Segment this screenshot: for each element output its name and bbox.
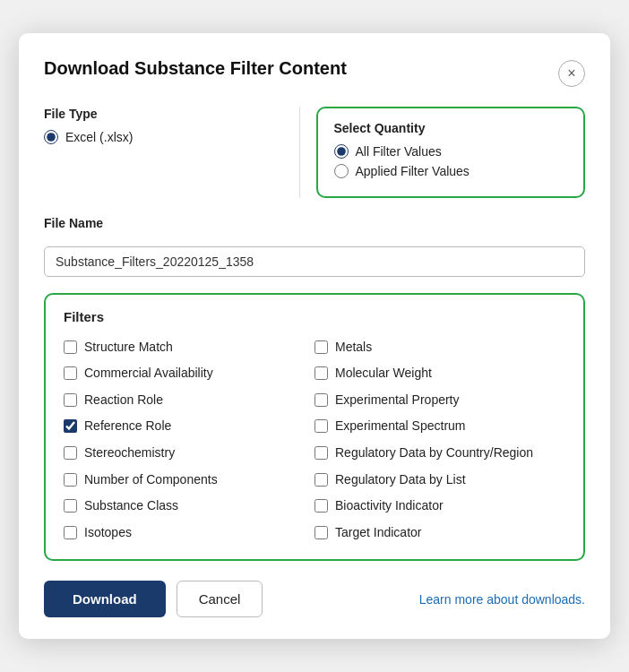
applied-filter-values-radio[interactable] [334, 164, 349, 178]
filter-label-bioactivity_indicator: Bioactivity Indicator [335, 497, 444, 515]
filters-title: Filters [64, 309, 565, 324]
filter-checkbox-regulatory_data_list[interactable] [314, 473, 328, 487]
filters-grid: Structure MatchCommercial AvailabilityRe… [64, 335, 565, 546]
filter-checkbox-structure_match[interactable] [64, 340, 77, 354]
dialog-header: Download Substance Filter Content × [44, 58, 585, 87]
filter-item: Metals [314, 335, 565, 360]
filter-item: Regulatory Data by List [314, 468, 565, 493]
applied-filter-values-row: Applied Filter Values [334, 164, 568, 178]
filter-checkbox-reaction_role[interactable] [64, 393, 77, 407]
filter-label-reference_role: Reference Role [84, 418, 171, 435]
excel-radio-row: Excel (.xlsx) [44, 130, 278, 144]
all-filter-values-label: All Filter Values [356, 144, 442, 159]
close-button[interactable]: × [558, 60, 585, 87]
file-type-label: File Type [44, 107, 278, 121]
excel-radio[interactable] [44, 130, 58, 144]
filter-item: Reference Role [64, 414, 314, 439]
filter-item: Structure Match [64, 335, 314, 360]
filter-checkbox-stereochemistry[interactable] [64, 446, 77, 460]
filter-label-stereochemistry: Stereochemistry [84, 444, 175, 462]
dialog-title: Download Substance Filter Content [44, 58, 347, 79]
filter-label-metals: Metals [335, 339, 372, 357]
learn-more-link[interactable]: Learn more about downloads. [419, 592, 585, 607]
filter-label-number_of_components: Number of Components [84, 471, 218, 489]
filters-right-col: MetalsMolecular WeightExperimental Prope… [314, 335, 565, 546]
applied-filter-values-label: Applied Filter Values [356, 164, 470, 178]
filter-item: Stereochemistry [64, 441, 314, 466]
filter-item: Bioactivity Indicator [314, 494, 565, 519]
filter-checkbox-target_indicator[interactable] [314, 526, 328, 539]
top-row: File Type Excel (.xlsx) Select Quantity … [44, 107, 585, 198]
filter-item: Isotopes [64, 521, 314, 546]
filter-checkbox-experimental_spectrum[interactable] [314, 419, 328, 433]
filter-checkbox-reference_role[interactable] [64, 419, 77, 433]
filter-item: Number of Components [64, 468, 314, 493]
filter-label-experimental_spectrum: Experimental Spectrum [335, 418, 466, 435]
filter-label-experimental_property: Experimental Property [335, 392, 460, 409]
filter-checkbox-bioactivity_indicator[interactable] [314, 499, 328, 513]
filter-item: Commercial Availability [64, 361, 314, 386]
file-name-label: File Name [44, 216, 585, 230]
all-filter-values-radio[interactable] [334, 144, 349, 159]
filter-checkbox-experimental_property[interactable] [314, 393, 328, 407]
filters-section: Filters Structure MatchCommercial Availa… [44, 293, 585, 562]
filter-checkbox-regulatory_data_country[interactable] [314, 446, 328, 460]
filter-label-molecular_weight: Molecular Weight [335, 365, 432, 383]
filter-label-reaction_role: Reaction Role [84, 392, 163, 409]
filter-checkbox-number_of_components[interactable] [64, 473, 77, 487]
filter-item: Substance Class [64, 494, 314, 519]
filter-item: Regulatory Data by Country/Region [314, 441, 565, 466]
footer: Download Cancel Learn more about downloa… [44, 581, 585, 617]
filter-checkbox-commercial_availability[interactable] [64, 366, 77, 380]
file-type-section: File Type Excel (.xlsx) [44, 107, 300, 198]
dialog: Download Substance Filter Content × File… [19, 33, 610, 640]
select-quantity-section: Select Quantity All Filter Values Applie… [316, 107, 586, 198]
cancel-button[interactable]: Cancel [177, 581, 263, 617]
filter-label-regulatory_data_country: Regulatory Data by Country/Region [335, 444, 533, 462]
filter-item: Reaction Role [64, 388, 314, 413]
filter-item: Experimental Property [314, 388, 565, 413]
filter-label-regulatory_data_list: Regulatory Data by List [335, 471, 466, 489]
filter-label-isotopes: Isotopes [84, 524, 132, 542]
excel-label: Excel (.xlsx) [65, 130, 133, 144]
download-button[interactable]: Download [44, 581, 166, 617]
filter-item: Experimental Spectrum [314, 414, 565, 439]
filters-left-col: Structure MatchCommercial AvailabilityRe… [64, 335, 314, 546]
filter-label-substance_class: Substance Class [84, 497, 178, 515]
filter-label-commercial_availability: Commercial Availability [84, 365, 213, 383]
filter-checkbox-metals[interactable] [314, 340, 328, 354]
file-name-input[interactable] [44, 246, 585, 277]
all-filter-values-row: All Filter Values [334, 144, 568, 159]
filter-label-structure_match: Structure Match [84, 339, 173, 357]
file-name-section: File Name [44, 216, 585, 277]
filter-checkbox-molecular_weight[interactable] [314, 366, 328, 380]
filter-item: Molecular Weight [314, 361, 565, 386]
filter-item: Target Indicator [314, 521, 565, 546]
filter-label-target_indicator: Target Indicator [335, 524, 422, 542]
select-quantity-label: Select Quantity [334, 121, 568, 135]
filter-checkbox-substance_class[interactable] [64, 499, 77, 513]
filter-checkbox-isotopes[interactable] [64, 526, 77, 539]
